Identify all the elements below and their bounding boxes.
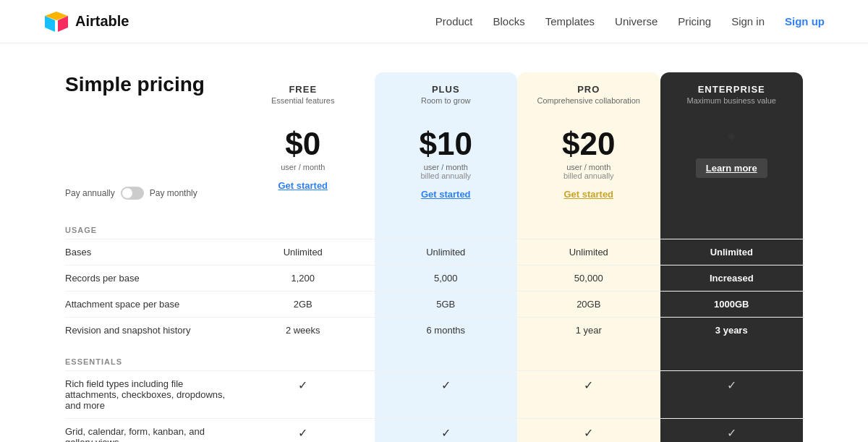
nav-templates[interactable]: Templates	[545, 15, 595, 27]
nav-signup[interactable]: Sign up	[785, 15, 825, 27]
row-val-pro-0-3: 1 year	[517, 318, 660, 343]
section-header-usage: USAGE	[65, 211, 803, 239]
plan-name-plus: PLUS	[382, 84, 511, 95]
nav-links: Product Blocks Templates Universe Pricin…	[435, 15, 825, 27]
price-billed-pro: billed annually	[563, 171, 614, 180]
logo[interactable]: Airtable	[43, 9, 129, 35]
price-per-pro: user / month	[566, 163, 610, 171]
row-val-pro-0-2: 20GB	[517, 292, 660, 317]
cta-pro[interactable]: Get started	[563, 189, 613, 200]
row-val-plus-1-1: ✓	[375, 419, 518, 442]
row-val-pro-0-0: Unlimited	[517, 239, 660, 265]
section-header-essentials: ESSENTIALS	[65, 343, 803, 370]
row-val-ent-1-1: ✓	[660, 419, 804, 442]
plan-name-enterprise: ENTERPRISE	[668, 84, 796, 95]
toggle-knob	[122, 188, 132, 198]
pricing-title-cell: Simple pricing	[65, 72, 231, 116]
main-content: Simple pricing FREE Essential features P…	[36, 43, 832, 442]
price-billed-plus: billed annually	[420, 171, 471, 180]
row-label-0-3: Revision and snapshot history	[65, 318, 231, 343]
table-row: Records per base 1,200 5,000 50,000 Incr…	[65, 265, 803, 291]
price-free: $0	[285, 128, 320, 160]
billing-toggle-area: Pay annually Pay monthly	[65, 116, 231, 211]
toggle-switch[interactable]	[121, 187, 144, 200]
price-per-free: user / month	[281, 163, 325, 171]
row-val-plus-0-0: Unlimited	[375, 239, 518, 265]
price-cell-pro: $20 user / month billed annually Get sta…	[517, 116, 660, 211]
table-row: Revision and snapshot history 2 weeks 6 …	[65, 317, 803, 343]
billing-toggle[interactable]: Pay annually Pay monthly	[65, 187, 231, 200]
plan-subtitle-pro: Comprehensive collaboration	[524, 96, 653, 105]
pricing-header: Simple pricing FREE Essential features P…	[65, 72, 803, 116]
cta-enterprise[interactable]: Learn more	[696, 158, 767, 178]
plan-header-free: FREE Essential features	[231, 72, 375, 116]
nav-pricing[interactable]: Pricing	[678, 15, 711, 27]
row-label-0-0: Bases	[65, 239, 231, 265]
airtable-logo-icon	[43, 9, 69, 35]
table-row: Attachment space per base 2GB 5GB 20GB 1…	[65, 291, 803, 317]
nav-product[interactable]: Product	[435, 15, 473, 27]
price-per-plus: user / month	[424, 163, 468, 171]
row-val-pro-1-1: ✓	[517, 419, 660, 442]
price-plus: $10	[420, 128, 472, 160]
row-val-ent-0-1: Increased	[660, 265, 804, 291]
features-table: USAGE Bases Unlimited Unlimited Unlimite…	[65, 211, 803, 442]
plan-subtitle-plus: Room to grow	[382, 96, 511, 105]
row-val-plus-0-1: 5,000	[375, 265, 518, 291]
plan-header-enterprise: ENTERPRISE Maximum business value	[660, 72, 804, 116]
table-row: Bases Unlimited Unlimited Unlimited Unli…	[65, 239, 803, 265]
nav-blocks[interactable]: Blocks	[493, 15, 525, 27]
section-label-1: ESSENTIALS	[65, 343, 231, 370]
row-val-pro-0-1: 50,000	[517, 265, 660, 291]
price-cell-plus: $10 user / month billed annually Get sta…	[375, 116, 518, 211]
row-val-ent-1-0: ✓	[660, 371, 804, 418]
row-val-ent-0-2: 1000GB	[660, 292, 804, 317]
row-val-free-0-3: 2 weeks	[231, 318, 375, 343]
row-label-0-1: Records per base	[65, 265, 231, 291]
row-val-free-0-1: 1,200	[231, 265, 375, 291]
plan-subtitle-free: Essential features	[239, 96, 367, 105]
table-row: Rich field types including file attachme…	[65, 370, 803, 418]
enterprise-sparkle-icon: ✦	[725, 128, 738, 147]
row-val-ent-0-0: Unlimited	[660, 239, 804, 265]
row-val-free-0-2: 2GB	[231, 292, 375, 317]
nav-universe[interactable]: Universe	[615, 15, 658, 27]
cta-free[interactable]: Get started	[278, 180, 328, 191]
row-val-free-1-0: ✓	[231, 371, 375, 418]
row-label-1-0: Rich field types including file attachme…	[65, 371, 231, 418]
row-val-free-0-0: Unlimited	[231, 239, 375, 265]
row-label-0-2: Attachment space per base	[65, 292, 231, 317]
table-row: Grid, calendar, form, kanban, and galler…	[65, 418, 803, 442]
price-row: Pay annually Pay monthly $0 user / month…	[65, 116, 803, 211]
row-label-1-1: Grid, calendar, form, kanban, and galler…	[65, 419, 231, 442]
row-val-plus-1-0: ✓	[375, 371, 518, 418]
nav-signin[interactable]: Sign in	[731, 15, 765, 27]
price-pro: $20	[562, 128, 615, 160]
navigation: Airtable Product Blocks Templates Univer…	[0, 0, 868, 43]
section-label-0: USAGE	[65, 211, 231, 239]
row-val-plus-0-2: 5GB	[375, 292, 518, 317]
plan-header-pro: PRO Comprehensive collaboration	[517, 72, 660, 116]
cta-plus[interactable]: Get started	[421, 189, 471, 200]
price-cell-free: $0 user / month Get started	[231, 116, 375, 211]
plan-name-pro: PRO	[524, 84, 653, 95]
pay-annually-label: Pay annually	[65, 188, 115, 198]
plan-subtitle-enterprise: Maximum business value	[668, 96, 796, 105]
row-val-free-1-1: ✓	[231, 419, 375, 442]
page-title: Simple pricing	[65, 72, 231, 97]
pay-monthly-label: Pay monthly	[150, 188, 197, 198]
plan-header-plus: PLUS Room to grow	[375, 72, 518, 116]
row-val-pro-1-0: ✓	[517, 371, 660, 418]
logo-text: Airtable	[75, 13, 129, 30]
row-val-ent-0-3: 3 years	[660, 318, 804, 343]
row-val-plus-0-3: 6 months	[375, 318, 518, 343]
plan-name-free: FREE	[239, 84, 367, 95]
price-cell-enterprise: ✦ Learn more	[660, 116, 804, 211]
